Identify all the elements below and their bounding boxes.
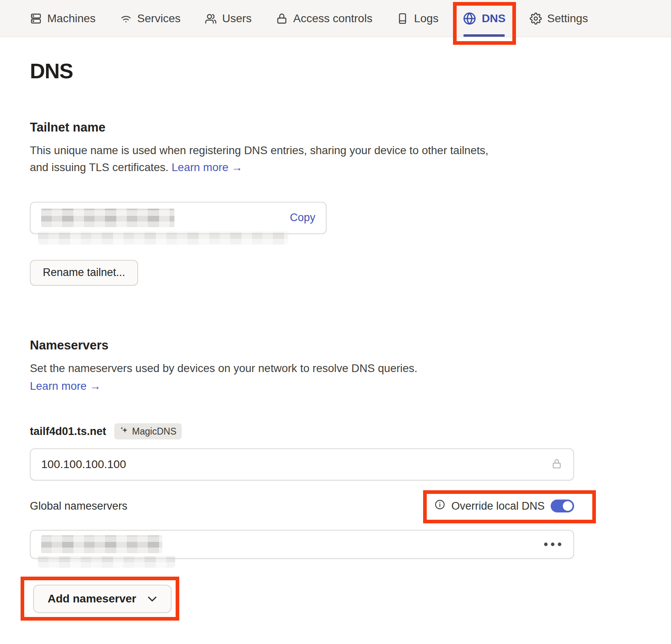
logs-icon bbox=[396, 13, 409, 25]
magicdns-nameserver-field: 100.100.100.100 bbox=[30, 448, 574, 481]
tab-access-controls[interactable]: Access controls bbox=[276, 0, 372, 37]
tab-label: Settings bbox=[547, 12, 588, 25]
active-tab-underline bbox=[463, 34, 505, 37]
copy-button[interactable]: Copy bbox=[290, 211, 315, 224]
nameservers-description: Set the nameservers used by devices on y… bbox=[30, 360, 506, 377]
tab-services[interactable]: Services bbox=[120, 0, 180, 37]
tab-label: Users bbox=[222, 12, 252, 25]
global-nameservers-row: Global nameservers Override local DNS bbox=[30, 499, 574, 513]
tailnet-name-section: Tailnet name This unique name is used wh… bbox=[30, 120, 641, 286]
override-local-dns-toggle[interactable] bbox=[551, 500, 574, 512]
ellipsis-menu-button[interactable] bbox=[543, 539, 563, 550]
lock-icon bbox=[551, 457, 563, 472]
wifi-icon bbox=[120, 13, 132, 25]
magicdns-badge: MagicDNS bbox=[114, 423, 182, 439]
machines-icon bbox=[30, 13, 42, 25]
lock-icon bbox=[276, 13, 288, 25]
tailnet-domain: tailf4d01.ts.net bbox=[30, 425, 106, 438]
sparkle-icon bbox=[120, 426, 128, 437]
chevron-down-icon bbox=[147, 592, 157, 605]
add-nameserver-label: Add nameserver bbox=[48, 592, 136, 605]
tab-label: Machines bbox=[47, 12, 96, 25]
learn-more-link[interactable]: Learn more → bbox=[172, 161, 243, 174]
tab-label: Logs bbox=[414, 12, 438, 25]
gear-icon bbox=[530, 13, 542, 25]
override-local-dns-control: Override local DNS bbox=[434, 499, 574, 513]
globe-icon bbox=[463, 12, 476, 25]
tab-dns[interactable]: DNS bbox=[463, 0, 505, 37]
users-icon bbox=[205, 13, 217, 25]
top-nav: Machines Services Users Access controls bbox=[0, 0, 671, 37]
magicdns-nameserver-ip: 100.100.100.100 bbox=[41, 458, 126, 471]
magicdns-badge-label: MagicDNS bbox=[132, 426, 176, 437]
learn-more-link[interactable]: Learn more → bbox=[30, 380, 101, 393]
nameservers-heading: Nameservers bbox=[30, 338, 641, 353]
redaction-spill bbox=[38, 232, 288, 245]
tab-users[interactable]: Users bbox=[205, 0, 252, 37]
global-nameservers-label: Global nameservers bbox=[30, 500, 128, 512]
tab-label: Access controls bbox=[293, 12, 372, 25]
add-nameserver-button[interactable]: Add nameserver bbox=[33, 585, 172, 613]
page-title: DNS bbox=[30, 59, 641, 83]
tab-machines[interactable]: Machines bbox=[30, 0, 96, 37]
override-local-dns-label: Override local DNS bbox=[451, 500, 545, 512]
tab-label: DNS bbox=[482, 12, 505, 25]
tailnet-name-field: Copy bbox=[30, 202, 327, 234]
tab-logs[interactable]: Logs bbox=[396, 0, 438, 37]
info-icon[interactable] bbox=[434, 499, 445, 513]
rename-tailnet-button[interactable]: Rename tailnet... bbox=[30, 260, 138, 286]
dns-page: DNS Tailnet name This unique name is use… bbox=[0, 59, 671, 613]
redacted-global-nameserver bbox=[41, 535, 162, 553]
tailnet-name-heading: Tailnet name bbox=[30, 120, 641, 135]
global-nameserver-field bbox=[30, 530, 574, 559]
magicdns-row: tailf4d01.ts.net MagicDNS bbox=[30, 423, 641, 439]
redacted-tailnet-name bbox=[41, 209, 174, 227]
nameservers-section: Nameservers Set the nameservers used by … bbox=[30, 338, 641, 613]
tab-label: Services bbox=[137, 12, 180, 25]
redaction-spill bbox=[38, 556, 175, 568]
tab-settings[interactable]: Settings bbox=[530, 0, 588, 37]
toggle-knob bbox=[563, 501, 572, 511]
add-nameserver-wrap: Add nameserver bbox=[33, 585, 172, 613]
tailnet-name-description: This unique name is used when registerin… bbox=[30, 142, 506, 176]
